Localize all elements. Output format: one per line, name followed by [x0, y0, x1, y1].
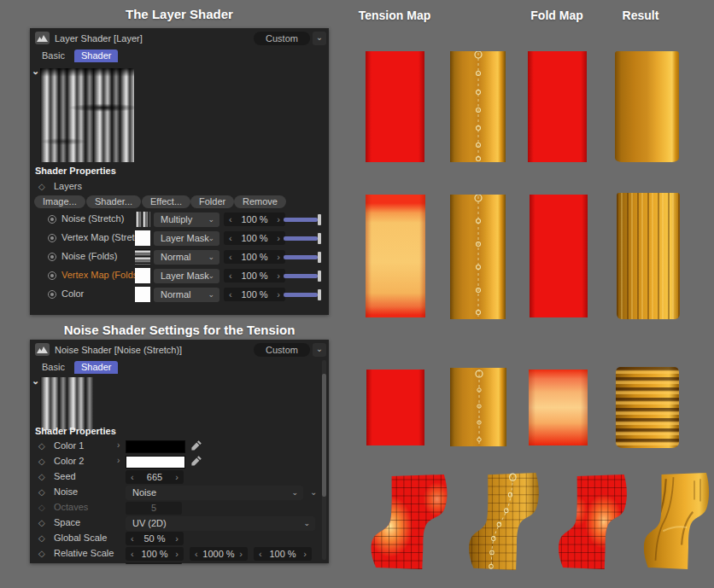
render-fold-compressed	[529, 370, 588, 445]
chevron-down-icon: ⌄	[208, 212, 214, 227]
color1-label: Color 1	[54, 440, 84, 451]
cutoff-next-row	[126, 562, 182, 564]
relative-scale-x-stepper[interactable]: ‹ 100 % ›	[126, 547, 184, 561]
layer-preset-dropdown[interactable]: Custom	[254, 32, 310, 45]
blend-mode-dropdown[interactable]: Layer Mask ⌄	[154, 231, 219, 246]
global-scale-label: Global Scale	[54, 533, 107, 543]
eye-icon[interactable]	[48, 234, 56, 242]
opacity-stepper[interactable]: ‹ 100 % ›	[224, 288, 285, 301]
relative-scale-z-stepper[interactable]: ‹ 100 % ›	[254, 547, 312, 561]
noise-panel-tabs: Basic Shader	[35, 361, 118, 375]
expand-arrow-icon[interactable]: ›	[117, 440, 120, 450]
space-label: Space	[54, 517, 80, 527]
chevron-down-icon: ⌄	[208, 269, 214, 283]
diamond-icon[interactable]: ◇	[38, 472, 45, 481]
tab-shader[interactable]: Shader	[74, 49, 118, 62]
tab-shader[interactable]: Shader	[74, 361, 118, 374]
result-header: Result	[594, 9, 688, 22]
shader-properties-title: Shader Properties	[35, 166, 116, 176]
diamond-icon[interactable]: ◇	[38, 518, 45, 527]
layer-thumbnail[interactable]	[135, 249, 150, 265]
tab-basic[interactable]: Basic	[35, 361, 72, 374]
picture-icon	[35, 343, 50, 356]
expand-arrow-icon[interactable]: ›	[117, 456, 120, 465]
layer-name: Vertex Map (Folds)	[61, 270, 141, 280]
opacity-stepper[interactable]: ‹ 100 % ›	[224, 231, 285, 245]
blend-mode-dropdown[interactable]: Normal ⌄	[154, 250, 219, 265]
render-mesh-stretched	[450, 195, 506, 319]
remove-button[interactable]: Remove	[234, 195, 286, 208]
folder-button[interactable]: Folder	[190, 195, 234, 208]
noise-panel-title: Noise Shader [Noise (Stretch)]	[55, 345, 182, 355]
blend-mode-dropdown[interactable]: Normal ⌄	[154, 288, 219, 302]
diamond-icon[interactable]: ◇	[38, 441, 45, 451]
render-mesh-rest	[450, 51, 506, 162]
eye-icon[interactable]	[48, 253, 56, 261]
blend-mode-dropdown[interactable]: Multiply ⌄	[154, 212, 219, 227]
space-dropdown[interactable]: UV (2D) ⌄	[126, 516, 315, 531]
shader-properties-title: Shader Properties	[35, 426, 116, 436]
color2-swatch[interactable]	[126, 456, 185, 469]
eye-icon[interactable]	[48, 271, 56, 280]
shader-button[interactable]: Shader...	[86, 195, 141, 208]
global-scale-stepper[interactable]: ‹ 50 % ›	[126, 532, 184, 545]
diamond-icon[interactable]: ◇	[38, 457, 45, 466]
opacity-slider[interactable]	[284, 231, 323, 245]
collapse-chevron-icon[interactable]: ⌄	[32, 376, 39, 387]
layer-shader-panel: Layer Shader [Layer] Custom ⌄ Basic Shad…	[30, 28, 329, 315]
chevron-down-icon[interactable]: ⌄	[313, 32, 326, 45]
layer-name: Color	[61, 288, 84, 299]
layer-shader-preview	[40, 68, 134, 162]
noise-preset-dropdown[interactable]: Custom	[254, 343, 310, 357]
noise-type-dropdown[interactable]: Noise ⌄	[126, 486, 303, 500]
opacity-stepper[interactable]: ‹ 100 % ›	[224, 212, 285, 226]
render-fold-stretched	[530, 195, 588, 317]
eyedropper-icon[interactable]	[190, 455, 202, 467]
layer-thumbnail[interactable]	[135, 212, 150, 227]
scrollbar-thumb[interactable]	[322, 374, 326, 497]
opacity-stepper[interactable]: ‹ 100 % ›	[224, 269, 285, 282]
chevron-down-icon[interactable]: ⌄	[310, 487, 317, 497]
seed-label: Seed	[54, 471, 76, 481]
tab-basic[interactable]: Basic	[35, 49, 72, 62]
image-button[interactable]: Image...	[34, 195, 85, 208]
diamond-icon[interactable]: ◇	[38, 182, 45, 191]
opacity-slider[interactable]	[284, 212, 323, 226]
render-result-compressed	[616, 367, 679, 448]
opacity-slider[interactable]	[284, 250, 323, 264]
diamond-icon[interactable]: ◇	[38, 533, 45, 543]
color1-swatch[interactable]	[126, 440, 185, 453]
fold-map-header: Fold Map	[510, 9, 604, 22]
render-result-bent	[641, 470, 712, 573]
panel-scrollbar[interactable]	[322, 360, 326, 560]
opacity-slider[interactable]	[284, 269, 323, 282]
opacity-stepper[interactable]: ‹ 100 % ›	[224, 250, 285, 264]
render-result-stretched	[617, 193, 680, 319]
layer-shader-heading: The Layer Shader	[30, 7, 329, 21]
layer-thumbnail[interactable]	[135, 268, 150, 283]
opacity-slider[interactable]	[284, 288, 323, 301]
chevron-down-icon: ⌄	[208, 250, 214, 265]
picture-icon	[35, 32, 50, 44]
effect-button[interactable]: Effect...	[142, 195, 190, 208]
layer-name: Noise (Stretch)	[61, 213, 124, 224]
stepper-right-icon[interactable]: ›	[277, 212, 280, 226]
collapse-chevron-icon[interactable]: ⌄	[32, 66, 39, 77]
layer-thumbnail[interactable]	[135, 230, 150, 246]
render-mesh-bent	[465, 470, 542, 573]
eyedropper-icon[interactable]	[190, 440, 202, 451]
eye-icon[interactable]	[48, 290, 56, 299]
layer-panel-title: Layer Shader [Layer]	[55, 33, 143, 44]
relative-scale-y-stepper[interactable]: ‹ 1000 % ›	[190, 547, 248, 561]
screenshot-root: The Layer Shader Layer Shader [Layer] Cu…	[0, 0, 714, 588]
eye-icon[interactable]	[48, 215, 56, 224]
layer-thumbnail[interactable]	[135, 287, 150, 302]
seed-stepper[interactable]: ‹ 665 ›	[126, 470, 184, 484]
diamond-icon[interactable]: ◇	[38, 487, 45, 497]
layers-label: Layers	[54, 181, 82, 191]
chevron-down-icon[interactable]: ⌄	[313, 343, 326, 357]
render-tension-bent	[367, 472, 451, 573]
diamond-icon[interactable]: ◇	[38, 549, 45, 558]
noise-label: Noise	[54, 486, 78, 497]
blend-mode-dropdown[interactable]: Layer Mask ⌄	[154, 269, 219, 283]
